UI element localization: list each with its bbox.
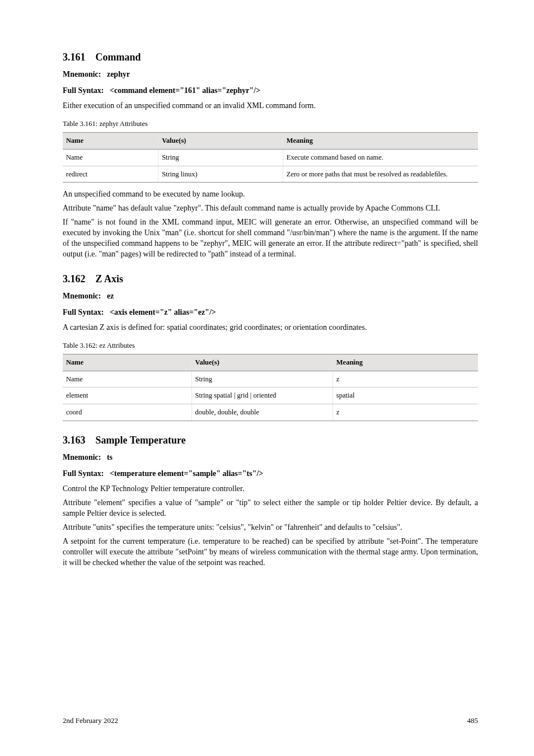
body-paragraph: Attribute "name" has default value "zeph… — [63, 203, 478, 214]
table-header: Meaning — [283, 132, 478, 149]
full-syntax-value: <axis element="z" alias="ez"/> — [110, 308, 216, 316]
table-caption: Table 3.162: ez Attributes — [63, 341, 478, 351]
body-paragraph: A setpoint for the current temperature (… — [63, 536, 478, 568]
full-syntax-label: Full Syntax: — [63, 308, 104, 316]
section-title-text: Sample Temperature — [96, 435, 186, 446]
table-caption: Table 3.161: zephyr Attributes — [63, 119, 478, 129]
mnemonic-label: Mnemonic: — [63, 70, 101, 78]
table-cell: double, double, double — [191, 404, 332, 421]
table-cell: spatial — [332, 388, 478, 404]
table-header: Meaning — [332, 354, 478, 371]
table-cell: Name — [63, 149, 158, 166]
table-row: Name String z — [63, 371, 478, 388]
table-cell: z — [332, 371, 478, 388]
full-syntax-value: <command element="161" alias="zephyr"/> — [110, 86, 260, 95]
full-syntax-label: Full Syntax: — [63, 86, 104, 95]
mnemonic-value: ez — [107, 292, 114, 300]
section-summary: A cartesian Z axis is defined for: spati… — [63, 323, 478, 333]
table-cell: Zero or more paths that must be resolved… — [283, 166, 478, 183]
table-cell: coord — [63, 404, 191, 421]
table-header: Value(s) — [158, 132, 283, 149]
section-title-text: Command — [96, 52, 141, 63]
body-paragraph: If "name" is not found in the XML comman… — [63, 217, 478, 260]
table-row: Name String Execute command based on nam… — [63, 149, 478, 166]
body-paragraph: An unspecified command to be executed by… — [63, 189, 478, 200]
body-paragraph: Attribute "units" specifies the temperat… — [63, 522, 478, 533]
table-cell: element — [63, 388, 191, 404]
mnemonic-value: ts — [107, 453, 113, 461]
section-summary: Either execution of an unspecified comma… — [63, 101, 478, 111]
table-row: redirect String linux) Zero or more path… — [63, 166, 478, 183]
section-number: 3.163 — [63, 435, 86, 446]
section-title-text: Z Axis — [96, 273, 124, 284]
section-number: 3.161 — [63, 52, 86, 63]
table-cell: z — [332, 404, 478, 421]
table-cell: Execute command based on name. — [283, 149, 478, 166]
attributes-table: Name Value(s) Meaning Name String Execut… — [63, 132, 478, 183]
footer-date: 2nd February 2022 — [63, 716, 118, 726]
section-header: 3.161 Command Mnemonic: zephyr Full Synt… — [63, 50, 478, 111]
table-cell: Name — [63, 371, 191, 388]
body-paragraph: Attribute "element" specifies a value of… — [63, 498, 478, 519]
table-cell: String spatial | grid | oriented — [191, 388, 332, 404]
table-row: coord double, double, double z — [63, 404, 478, 421]
section-summary: Control the KP Technology Peltier temper… — [63, 484, 478, 494]
table-header-row: Name Value(s) Meaning — [63, 354, 478, 371]
section-header: 3.163 Sample Temperature Mnemonic: ts Fu… — [63, 433, 478, 494]
table-header-row: Name Value(s) Meaning — [63, 132, 478, 149]
table-cell: redirect — [63, 166, 158, 183]
table-cell: String — [191, 371, 332, 388]
page-footer: 2nd February 2022 485 — [0, 716, 534, 726]
footer-page-number: 485 — [467, 716, 479, 726]
table-cell: String linux) — [158, 166, 283, 183]
mnemonic-label: Mnemonic: — [63, 292, 101, 300]
attributes-table: Name Value(s) Meaning Name String z elem… — [63, 354, 478, 422]
table-header: Name — [63, 132, 158, 149]
section-header: 3.162 Z Axis Mnemonic: ez Full Syntax: <… — [63, 272, 478, 333]
table-header: Value(s) — [191, 354, 332, 371]
table-header: Name — [63, 354, 191, 371]
section-number: 3.162 — [63, 273, 86, 284]
full-syntax-label: Full Syntax: — [63, 469, 104, 478]
mnemonic-value: zephyr — [107, 70, 130, 78]
mnemonic-label: Mnemonic: — [63, 453, 101, 461]
full-syntax-value: <temperature element="sample" alias="ts"… — [110, 469, 263, 478]
table-cell: String — [158, 149, 283, 166]
table-row: element String spatial | grid | oriented… — [63, 388, 478, 404]
